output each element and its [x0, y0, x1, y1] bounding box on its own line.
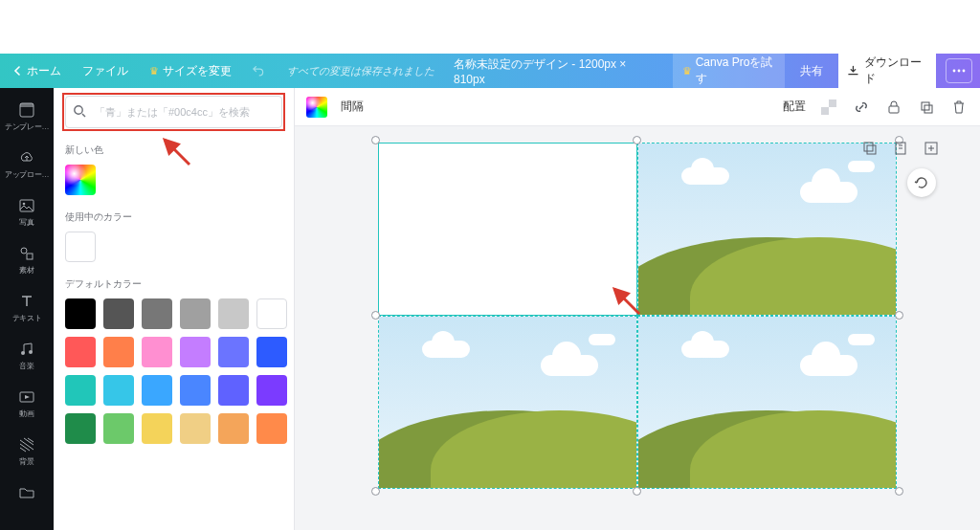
share-button[interactable]: 共有: [794, 59, 829, 83]
rotate-button[interactable]: [907, 168, 936, 197]
new-color-swatch[interactable]: [65, 165, 96, 195]
default-color-swatch[interactable]: [65, 413, 96, 444]
color-panel: 新しい色 使用中のカラー デフォルトカラー: [54, 88, 295, 530]
link-icon[interactable]: [852, 98, 871, 117]
resize-button[interactable]: ♛ サイズを変更: [144, 59, 237, 83]
undo-icon: [253, 64, 266, 77]
rail-music[interactable]: 音楽: [0, 333, 54, 379]
default-color-swatch[interactable]: [256, 375, 287, 406]
svg-point-0: [953, 70, 956, 73]
default-color-swatch[interactable]: [256, 298, 287, 329]
file-menu[interactable]: ファイル: [77, 59, 134, 83]
default-color-swatch[interactable]: [65, 298, 96, 329]
used-colors-label: 使用中のカラー: [65, 210, 282, 224]
rail-text[interactable]: テキスト: [0, 285, 54, 331]
more-button[interactable]: [946, 58, 972, 83]
canvas-toolbar: 間隔 配置: [295, 88, 980, 126]
page-duplicate-icon[interactable]: [859, 138, 880, 159]
default-color-swatch[interactable]: [103, 298, 134, 329]
undo-button[interactable]: [247, 60, 272, 81]
svg-point-6: [23, 203, 26, 206]
element-icon: [18, 245, 35, 262]
fill-color-button[interactable]: [306, 97, 327, 118]
default-color-swatch[interactable]: [218, 413, 249, 444]
default-color-swatch[interactable]: [180, 413, 211, 444]
default-color-swatch[interactable]: [142, 413, 172, 444]
default-color-swatch[interactable]: [180, 375, 211, 406]
search-icon: [73, 104, 86, 121]
svg-rect-18: [924, 105, 932, 113]
home-button[interactable]: ホーム: [8, 59, 67, 83]
music-icon: [18, 341, 35, 358]
svg-point-10: [29, 350, 33, 354]
default-color-swatch[interactable]: [256, 413, 287, 444]
rotate-icon: [914, 175, 929, 190]
canvas-area: 間隔 配置: [295, 88, 980, 530]
svg-point-7: [21, 248, 27, 254]
default-color-swatch[interactable]: [180, 337, 211, 367]
new-color-label: 新しい色: [65, 144, 282, 157]
crown-icon: ♛: [149, 65, 159, 77]
rail-background[interactable]: 背景: [0, 429, 54, 475]
default-color-swatch[interactable]: [180, 298, 211, 329]
duplicate-icon[interactable]: [917, 98, 936, 117]
default-color-swatch[interactable]: [142, 298, 172, 329]
background-icon: [18, 436, 35, 453]
folder-icon: [18, 484, 35, 501]
spacing-button[interactable]: 間隔: [341, 99, 364, 115]
rail-template[interactable]: テンプレー…: [0, 94, 54, 140]
try-pro-button[interactable]: ♛ Canva Proを試す: [673, 51, 786, 91]
rail-upload[interactable]: アップロー…: [0, 142, 54, 188]
transparency-icon[interactable]: [819, 98, 838, 117]
default-colors-label: デフォルトカラー: [65, 277, 282, 291]
position-button[interactable]: 配置: [783, 99, 806, 115]
svg-point-2: [963, 70, 966, 73]
svg-rect-8: [27, 254, 33, 259]
svg-rect-17: [922, 102, 929, 110]
save-status: すべての変更は保存されました: [287, 64, 434, 78]
default-color-swatch[interactable]: [218, 298, 249, 329]
main-toolbar: ホーム ファイル ♛ サイズを変更 すべての変更は保存されました 名称未設定のデ…: [0, 54, 980, 88]
crown-icon: ♛: [682, 65, 692, 77]
default-color-swatch[interactable]: [103, 375, 134, 406]
svg-rect-15: [829, 107, 836, 115]
svg-point-1: [958, 70, 961, 73]
artboard[interactable]: [379, 144, 896, 488]
default-color-swatch[interactable]: [142, 375, 172, 406]
grid-cell-1[interactable]: [379, 144, 636, 315]
video-icon: [18, 388, 35, 406]
default-color-swatch[interactable]: [218, 337, 249, 367]
default-color-swatch[interactable]: [65, 337, 96, 367]
text-icon: [18, 293, 35, 310]
trash-icon[interactable]: [949, 98, 969, 117]
page-add-icon[interactable]: [921, 138, 942, 159]
side-rail: テンプレー… アップロー… 写真 素材 テキスト 音楽 動画 背景: [0, 88, 54, 530]
lock-icon[interactable]: [884, 98, 903, 117]
more-icon: [952, 69, 966, 73]
download-button[interactable]: ダウンロード: [838, 50, 936, 92]
grid-cell-2[interactable]: [638, 144, 896, 315]
svg-rect-19: [864, 143, 873, 151]
rail-folder[interactable]: フォルダー: [0, 476, 54, 522]
rail-video[interactable]: 動画: [0, 381, 54, 427]
default-color-swatch[interactable]: [142, 337, 172, 367]
rail-photo[interactable]: 写真: [0, 189, 54, 235]
design-title[interactable]: 名称未設定のデザイン - 1200px × 810px: [454, 56, 643, 86]
default-color-swatch[interactable]: [103, 413, 134, 444]
svg-rect-4: [20, 103, 33, 107]
chevron-left-icon: [13, 66, 23, 76]
page-copy-icon[interactable]: [890, 138, 911, 159]
grid-cell-3[interactable]: [379, 317, 636, 488]
svg-point-9: [21, 351, 25, 355]
default-color-swatch[interactable]: [103, 337, 134, 367]
color-search-input[interactable]: [65, 96, 282, 128]
default-color-swatch[interactable]: [218, 375, 249, 406]
grid-cell-4[interactable]: [638, 317, 896, 488]
download-icon: [848, 65, 858, 77]
used-color-swatch[interactable]: [65, 232, 96, 262]
default-color-swatch[interactable]: [65, 375, 96, 406]
rail-element[interactable]: 素材: [0, 237, 54, 283]
template-icon: [18, 101, 35, 119]
svg-rect-16: [889, 106, 899, 113]
default-color-swatch[interactable]: [256, 337, 287, 367]
